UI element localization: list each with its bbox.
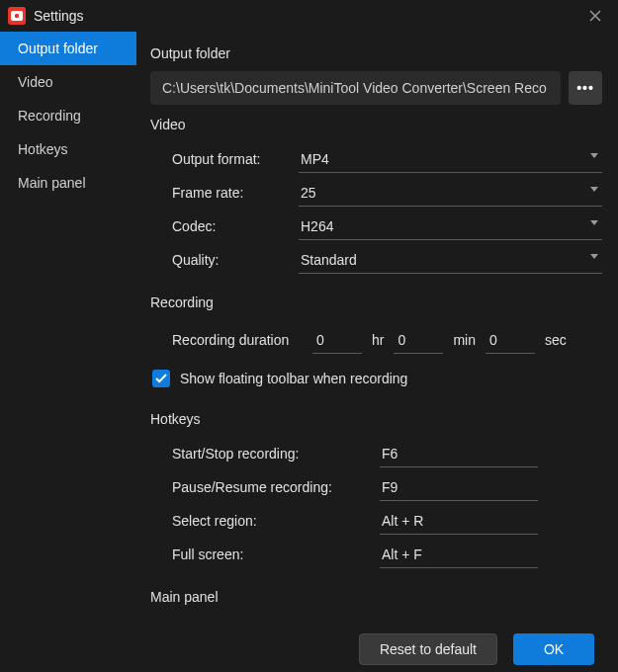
titlebar: Settings (0, 0, 618, 32)
show-toolbar-checkbox[interactable] (152, 370, 170, 387)
sidebar-item-label: Main panel (18, 175, 86, 191)
start-stop-label: Start/Stop recording: (172, 446, 380, 462)
duration-label: Recording duration (172, 332, 297, 348)
select-value: MP4 (301, 151, 329, 167)
sidebar-item-recording[interactable]: Recording (0, 99, 136, 132)
sidebar-item-label: Hotkeys (18, 141, 68, 157)
select-value: Standard (301, 252, 357, 268)
select-value: 25 (301, 185, 316, 201)
reset-button[interactable]: Reset to default (359, 633, 497, 665)
output-format-label: Output format: (172, 151, 299, 167)
duration-sec-input[interactable] (486, 326, 535, 354)
full-screen-hotkey[interactable] (380, 541, 538, 568)
section-hotkeys: Hotkeys (150, 411, 602, 427)
sidebar-item-label: Recording (18, 108, 81, 124)
sec-unit: sec (545, 332, 567, 348)
ok-button[interactable]: OK (513, 633, 594, 665)
settings-content[interactable]: Output folder ••• Video Output format: M… (136, 38, 618, 621)
section-output-folder: Output folder (150, 45, 602, 61)
duration-min-input[interactable] (394, 326, 443, 354)
sidebar-item-output-folder[interactable]: Output folder (0, 32, 136, 65)
duration-hr-input[interactable] (312, 326, 362, 354)
quality-select[interactable]: Standard (299, 246, 602, 274)
frame-rate-select[interactable]: 25 (299, 179, 602, 207)
footer: Reset to default OK (0, 627, 618, 672)
quality-label: Quality: (172, 252, 299, 268)
pause-resume-hotkey[interactable] (380, 473, 538, 501)
app-icon (8, 7, 26, 25)
sidebar-item-label: Output folder (18, 41, 98, 56)
sidebar: Output folder Video Recording Hotkeys Ma… (0, 32, 136, 627)
codec-label: Codec: (172, 218, 299, 234)
select-region-hotkey[interactable] (380, 507, 538, 535)
chevron-down-icon (590, 220, 598, 225)
section-recording: Recording (150, 294, 602, 310)
output-path-input[interactable] (150, 71, 561, 105)
output-format-select[interactable]: MP4 (299, 145, 602, 173)
sidebar-item-video[interactable]: Video (0, 65, 136, 99)
browse-button[interactable]: ••• (569, 71, 602, 105)
pause-resume-label: Pause/Resume recording: (172, 479, 380, 495)
window-title: Settings (34, 8, 84, 24)
close-icon[interactable] (580, 1, 610, 31)
full-screen-label: Full screen: (172, 546, 380, 562)
chevron-down-icon (590, 187, 598, 192)
chevron-down-icon (590, 153, 598, 158)
frame-rate-label: Frame rate: (172, 185, 299, 201)
min-unit: min (453, 332, 476, 348)
section-main-panel: Main panel (150, 589, 602, 605)
sidebar-item-main-panel[interactable]: Main panel (0, 166, 136, 200)
svg-point-1 (15, 14, 19, 18)
codec-select[interactable]: H264 (299, 212, 602, 240)
ellipsis-icon: ••• (576, 80, 594, 96)
select-region-label: Select region: (172, 513, 380, 529)
sidebar-item-label: Video (18, 74, 53, 90)
select-value: H264 (301, 218, 333, 234)
sidebar-item-hotkeys[interactable]: Hotkeys (0, 132, 136, 166)
chevron-down-icon (590, 254, 598, 259)
section-video: Video (150, 117, 602, 132)
hr-unit: hr (372, 332, 384, 348)
start-stop-hotkey[interactable] (380, 440, 538, 467)
show-toolbar-label: Show floating toolbar when recording (180, 371, 407, 386)
